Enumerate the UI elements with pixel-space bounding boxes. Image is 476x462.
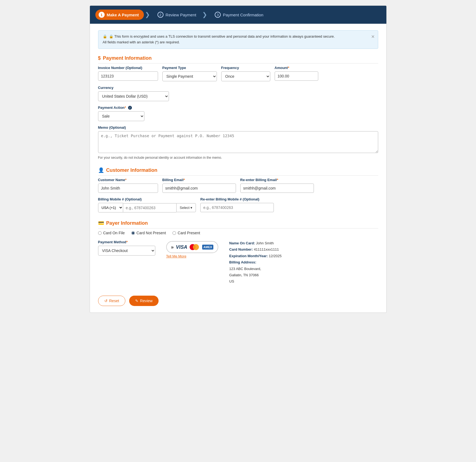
radio-card-present-input[interactable] [172, 231, 176, 235]
step-2-label: Review Payment [166, 13, 196, 17]
billing-mobile-label: Billing Mobile # (Optional) [98, 197, 196, 201]
card-number-value: 411111xxx1111 [254, 247, 279, 251]
card-icon: 💳 [98, 220, 104, 226]
re-billing-mobile-input[interactable] [200, 203, 274, 212]
billing-address-line2: Gallatin, TN 37066 [229, 272, 281, 278]
radio-card-not-present-label: Card Not Present [137, 231, 166, 235]
radio-card-present[interactable]: Card Present [172, 231, 200, 235]
payer-info-title: Payer Information [106, 220, 148, 226]
payment-info-title: Payment Information [103, 55, 152, 61]
steps-header: 1 Make A Payment ❯ 2 Review Payment ❯ 3 … [90, 6, 386, 24]
name-on-card-value: John Smith [256, 241, 274, 245]
tell-me-more-link[interactable]: Tell Me More [166, 254, 219, 258]
step-1[interactable]: 1 Make A Payment [95, 10, 144, 20]
billing-email-input[interactable] [162, 184, 236, 193]
info-banner: 🔒 🔒 This form is encrypted and uses a TL… [98, 30, 378, 49]
card-info-block: Name On Card: John Smith Card Number: 41… [229, 240, 281, 285]
memo-group: Memo (Optional) For your security, do no… [98, 125, 378, 160]
review-label: Review [140, 299, 153, 303]
customer-name-group: Customer Name* [98, 178, 158, 193]
person-icon: 👤 [98, 167, 104, 173]
payment-method-select-group: Payment Method* VISA CheckoutMastercardA… [98, 240, 155, 256]
invoice-input[interactable] [98, 71, 158, 81]
payment-method-row: Payment Method* VISA CheckoutMastercardA… [98, 240, 378, 285]
amount-label: Amount* [275, 66, 318, 70]
payment-method-left-section: Payment Method* VISA CheckoutMastercardA… [98, 240, 155, 256]
lock-icon: 🔒 [103, 34, 107, 38]
re-billing-mobile-group: Re-enter Billing Mobile # (Optional) [200, 197, 274, 212]
radio-card-not-present[interactable]: Card Not Present [131, 231, 166, 235]
step-1-number: 1 [99, 12, 105, 18]
memo-label: Memo (Optional) [98, 125, 378, 130]
step-3-label: Payment Confirmation [223, 13, 263, 17]
reset-button[interactable]: ↺ Reset [98, 296, 126, 306]
step-arrow-1: ❯ [145, 11, 150, 18]
step-1-label: Make A Payment [107, 13, 139, 17]
mastercard-logo [190, 244, 200, 250]
bottom-buttons: ↺ Reset ✎ Review [98, 293, 378, 306]
close-banner-icon[interactable]: ✕ [371, 33, 375, 40]
payment-action-group: Payment Action* i SaleAuthorization [98, 106, 144, 121]
memo-row: Memo (Optional) For your security, do no… [98, 125, 378, 160]
frequency-group: Frequency OnceWeeklyMonthly [221, 66, 270, 81]
payment-action-info-icon[interactable]: i [128, 106, 132, 110]
expiration-value: 12/2025 [269, 254, 282, 258]
customer-information-section: 👤 Customer Information Customer Name* Bi… [98, 167, 378, 212]
memo-textarea[interactable] [98, 131, 378, 153]
main-content: 🔒 🔒 This form is encrypted and uses a TL… [90, 24, 386, 313]
currency-select[interactable]: United States Dollar (USD)Euro (EUR)Brit… [98, 91, 169, 101]
mc-circle-right [193, 244, 199, 250]
customer-row-2: Billing Mobile # (Optional) USA (+1) Sel… [98, 197, 378, 212]
checkout-arrows-icon: » [171, 244, 174, 250]
review-button[interactable]: ✎ Review [129, 296, 159, 306]
step-2[interactable]: 2 Review Payment [151, 10, 201, 20]
review-icon: ✎ [135, 299, 138, 303]
re-billing-email-group: Re-enter Billing Email* [240, 178, 314, 193]
select-button[interactable]: Select ▾ [176, 203, 196, 212]
card-number-label: Card Number: [229, 247, 253, 251]
step-3[interactable]: 3 Payment Confirmation [208, 10, 268, 20]
payment-type-label: Payment Type [162, 66, 217, 70]
radio-card-on-file-input[interactable] [98, 231, 102, 235]
billing-address-line3: US [229, 278, 281, 284]
payment-action-select[interactable]: SaleAuthorization [98, 111, 144, 121]
payment-row-1: Invoice Number (Optional) Payment Type S… [98, 66, 378, 101]
billing-email-label: Billing Email* [162, 178, 236, 182]
customer-name-label: Customer Name* [98, 178, 158, 182]
frequency-select[interactable]: OnceWeeklyMonthly [221, 71, 270, 81]
dollar-icon: $ [98, 55, 101, 61]
payment-method-select[interactable]: VISA CheckoutMastercardAmerican Express [98, 246, 155, 256]
invoice-label: Invoice Number (Optional) [98, 66, 158, 70]
payment-info-header: $ Payment Information [98, 55, 378, 64]
billing-mobile-group: Billing Mobile # (Optional) USA (+1) Sel… [98, 197, 196, 212]
billing-address-label-row: Billing Address: [229, 259, 281, 265]
banner-required-text: All fields marked with an asterisk (*) a… [103, 40, 180, 44]
name-on-card-label: Name On Card: [229, 241, 255, 245]
currency-group: Currency United States Dollar (USD)Euro … [98, 86, 169, 101]
billing-address-line1: 123 ABC Boulevard, [229, 266, 281, 272]
card-logos: » VISA AMEX [166, 241, 219, 253]
invoice-group: Invoice Number (Optional) [98, 66, 158, 81]
payment-method-label: Payment Method* [98, 240, 155, 244]
payment-type-group: Payment Type Single PaymentRecurring Pay… [162, 66, 217, 81]
step-3-number: 3 [215, 12, 221, 18]
payment-information-section: $ Payment Information Invoice Number (Op… [98, 55, 378, 160]
radio-card-on-file[interactable]: Card On File [98, 231, 125, 235]
billing-mobile-input[interactable] [123, 203, 176, 212]
currency-label: Currency [98, 86, 169, 90]
payment-row-2: Payment Action* i SaleAuthorization [98, 106, 378, 121]
payment-action-label: Payment Action* i [98, 106, 144, 110]
payer-information-section: 💳 Payer Information Card On File Card No… [98, 220, 378, 285]
re-billing-email-input[interactable] [240, 184, 314, 193]
country-select[interactable]: USA (+1) [98, 203, 123, 212]
payment-type-select[interactable]: Single PaymentRecurring Payment [162, 71, 217, 81]
billing-email-group: Billing Email* [162, 178, 236, 193]
amex-logo: AMEX [202, 245, 214, 250]
re-billing-mobile-label: Re-enter Billing Mobile # (Optional) [200, 197, 274, 201]
radio-card-not-present-input[interactable] [131, 231, 135, 235]
customer-name-input[interactable] [98, 184, 158, 193]
amount-input[interactable] [275, 71, 318, 81]
customer-info-title: Customer Information [106, 167, 157, 173]
re-billing-email-label: Re-enter Billing Email* [240, 178, 314, 182]
step-2-number: 2 [157, 12, 163, 18]
